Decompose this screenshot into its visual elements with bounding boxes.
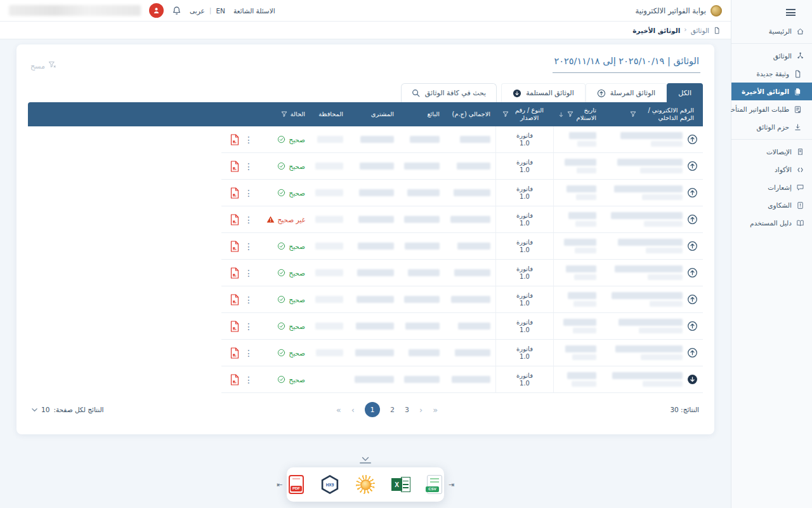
sidebar-item-notifications[interactable]: إشعارات [731,178,812,196]
per-page-select[interactable]: النتائج لكل صفحة: 10 [32,406,104,413]
csv-export-icon[interactable]: CSV [427,475,442,494]
pdf-file-icon[interactable] [230,187,239,199]
page-button-1[interactable]: 1 [365,402,380,417]
type-version: 1.0 [520,300,530,307]
type-version: 1.0 [520,380,530,387]
filter-clear-icon [48,61,56,71]
page-first-button[interactable]: « [336,405,341,415]
more-actions-icon[interactable]: ⋮ [244,322,253,331]
row-actions-cell: ⋮ [244,126,258,152]
warning-triangle-icon [266,215,275,224]
per-page-value: 10 [41,406,49,413]
document-number-cell[interactable] [601,260,703,286]
more-actions-icon[interactable]: ⋮ [244,189,253,197]
clear-filter-button[interactable]: مسح [30,61,56,71]
more-actions-icon[interactable]: ⋮ [244,295,253,304]
filter-icon[interactable] [567,111,573,117]
pdf-file-icon[interactable] [230,347,239,359]
more-actions-icon[interactable]: ⋮ [244,269,253,277]
tab-label: الكل [678,89,691,97]
lang-ar-link[interactable]: عربى [190,7,205,15]
chevron-down-icon [32,407,37,413]
sent-arrow-icon [687,187,698,198]
document-number-cell[interactable] [601,233,703,259]
sidebar-item-label: دليل المستخدم [750,219,792,227]
more-actions-icon[interactable]: ⋮ [244,215,253,224]
page-button-3[interactable]: 3 [405,406,409,414]
seller-cell [399,366,445,392]
excel-export-icon[interactable]: X [391,476,410,493]
row-filler [28,233,221,260]
more-actions-icon[interactable]: ⋮ [244,242,253,251]
more-actions-icon[interactable]: ⋮ [244,162,253,171]
search-all-documents-tab[interactable]: بحث في كافة الوثائق [401,83,497,102]
page-button-2[interactable]: 2 [390,406,395,414]
page-prev-button[interactable]: ‹ [351,405,355,415]
user-avatar[interactable] [149,3,164,18]
lang-en-link[interactable]: EN [216,7,225,15]
document-number-cell[interactable] [601,366,703,392]
sidebar-item-label: إشعارات [768,184,792,191]
page-next-button[interactable]: › [419,405,422,415]
more-actions-icon[interactable]: ⋮ [244,349,253,358]
filter-icon[interactable] [281,111,287,117]
tab-all[interactable]: الكل [667,83,703,102]
more-actions-icon[interactable]: ⋮ [244,375,253,384]
filter-icon[interactable] [502,111,509,117]
document-number-cell[interactable] [601,126,703,152]
document-number-cell[interactable] [601,286,703,312]
content: الوثائق | ٢٠٢٥/١٠/١٩ إلى ٢٠٢٥/١١/١٨ مسح … [0,39,731,508]
tab-received-documents[interactable]: الوثائق المستلمة [501,83,586,102]
page-last-button[interactable]: » [433,405,438,415]
document-number-cell[interactable] [601,340,703,366]
search-label: بحث في كافة الوثائق [425,89,486,97]
sidebar-item-home[interactable]: الرئيسية [731,22,812,40]
sidebar-item-complaints[interactable]: الشكاوى [731,196,812,214]
breadcrumb-parent[interactable]: الوثائق [691,27,709,34]
row-filler [28,286,221,313]
sidebar-item-documents[interactable]: الوثائق [731,47,812,65]
faq-link[interactable]: الاسئلة الشائعة [233,7,275,15]
filter-icon[interactable] [630,111,636,117]
document-number-cell[interactable] [601,313,703,339]
check-circle-icon [277,375,285,384]
more-actions-icon[interactable]: ⋮ [244,135,253,144]
tab-sent-documents[interactable]: الوثائق المرسلة [586,83,667,102]
pdf-file-icon[interactable] [230,214,239,225]
sent-arrow-icon [687,134,698,145]
dock-move-right-icon[interactable]: ⇥ [449,481,454,489]
sidebar-item-codes[interactable]: الأكواد [731,161,812,178]
table-body: فاتورة1.0صحيح⋮فاتورة1.0صحيح⋮فاتورة1.0صحي… [28,126,703,393]
app-logo [710,5,722,17]
sidebar-item-user-guide[interactable]: دليل المستخدم [731,214,812,232]
sidebar-item-document-packages[interactable]: حزم الوثائق [731,118,812,136]
governorate-cell [310,180,348,206]
sidebar-item-new-document[interactable]: وثيقة جديدة [731,65,812,83]
column-header-num: الرقم الالكتروني / الرقم الداخلي [601,102,703,126]
receive-date-cell [554,153,601,179]
row-actions-cell: ⋮ [244,180,258,206]
pdf-export-icon[interactable]: PDF [289,475,304,494]
pdf-file-icon[interactable] [230,161,239,172]
sun-icon[interactable] [356,475,375,494]
pdf-file-icon[interactable] [230,294,239,305]
pdf-file-icon[interactable] [230,374,239,385]
dock-move-left-icon[interactable]: ⇤ [277,481,282,489]
sort-desc-icon[interactable] [558,112,564,117]
pdf-file-icon[interactable] [230,134,239,145]
pdf-file-icon[interactable] [230,321,239,332]
seller-cell [399,153,445,179]
hexagon-badge-icon[interactable]: HX9 [320,475,339,494]
sidebar-item-receipts[interactable]: الإيصالات [731,143,812,161]
sidebar-item-recent-documents[interactable]: الوثائق الأخيرة [731,83,812,100]
table-row: فاتورة1.0صحيح⋮ [28,126,703,153]
pdf-file-icon[interactable] [230,267,239,279]
collapse-chevron-icon[interactable] [357,457,374,464]
sidebar-item-late-invoice-requests[interactable]: طلبات الفواتير المتأخرة [731,100,812,118]
document-number-cell[interactable] [601,153,703,179]
document-number-cell[interactable] [601,206,703,232]
hamburger-menu-icon[interactable] [731,4,812,22]
document-number-cell[interactable] [601,180,703,206]
notifications-bell-icon[interactable] [172,6,181,15]
pdf-file-icon[interactable] [230,241,239,252]
